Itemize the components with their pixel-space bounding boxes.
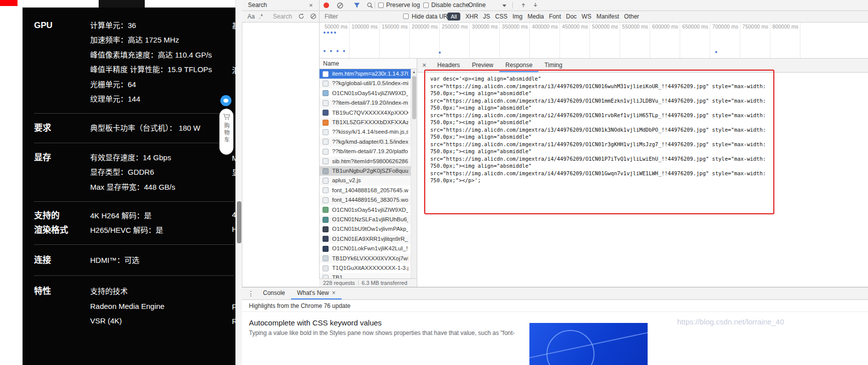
network-request-row[interactable]: TB19uC7QVXXXXX4XpXXXXXX. <box>319 108 417 118</box>
search-input[interactable]: Search <box>273 11 292 22</box>
filter-funnel-icon[interactable] <box>354 2 360 9</box>
clear-icon[interactable] <box>337 2 344 9</box>
timeline-label: 50000 ms <box>320 24 348 30</box>
network-request-row[interactable]: O1CN01LokFwn1vjliK42LuI_!!449... <box>319 244 417 253</box>
close-detail-icon[interactable]: × <box>422 59 426 72</box>
tab-preview[interactable]: Preview <box>466 59 499 72</box>
timeline-gridline <box>559 23 560 59</box>
filter-pill-js[interactable]: JS <box>483 13 490 20</box>
network-request-row[interactable]: TB1DYk6LVXXXXIXVXXoj7wNV. <box>319 254 417 263</box>
network-request-row[interactable]: T1Q1GuXitAXXXXXXXX-1-3.png <box>319 263 417 273</box>
disable-cache-checkbox[interactable] <box>423 3 429 8</box>
spec-value: 典型板卡功率（台式机）： 180 W <box>90 121 234 135</box>
drawer-tab-label: Console <box>263 289 285 296</box>
network-request-row[interactable]: font_1444889156_383075.woff <box>319 195 417 205</box>
network-request-row[interactable]: ??kg/global-util/1.0.5/index-min... <box>319 79 417 88</box>
more-options-icon[interactable]: ⋮ <box>247 287 254 299</box>
spec-value: Radeon Media Engine <box>90 299 234 313</box>
filter-pill-img[interactable]: Img <box>512 13 522 20</box>
match-case-toggle[interactable]: Aa <box>247 11 255 22</box>
timeline-label: 250000 ms <box>440 24 468 30</box>
spec-edge-fragment: 显 <box>232 165 235 180</box>
network-overview[interactable]: 50000 ms100000 ms150000 ms200000 ms25000… <box>319 23 868 59</box>
timeline-gridline <box>680 23 680 59</box>
network-request-row[interactable]: O1CN01sOay541vjliZIW9XD_!!44... <box>319 89 417 98</box>
throttling-select[interactable]: Online <box>468 0 486 11</box>
network-request-row[interactable]: ??kg/kmd-adapter/0.1.5/index.js <box>319 137 417 147</box>
name-column-header[interactable]: Name <box>319 59 417 69</box>
network-request-row[interactable]: TB1unNgbuP2gK0jSZFo8quulVla <box>319 166 417 176</box>
filter-pill-xhr[interactable]: XHR <box>465 13 478 20</box>
regex-toggle[interactable]: .* <box>259 11 263 22</box>
network-request-row[interactable]: ??item-detail/7.19.20/index-min... <box>319 98 417 108</box>
toolbar-separator <box>375 2 375 9</box>
article-title[interactable]: Autocomplete with CSS keyword values <box>249 318 382 327</box>
network-request-row[interactable]: O1CN01NzSLFa1vjliRUhBu6_!!44... <box>319 215 417 224</box>
request-list-scrollbar[interactable]: ▲ <box>411 69 417 278</box>
timeline-label: 700000 ms <box>711 24 738 30</box>
red-marker <box>0 0 18 6</box>
drawer-tab-whatsnew[interactable]: What's New× <box>291 287 342 299</box>
file-icon <box>323 265 329 271</box>
close-search-icon[interactable]: × <box>309 0 313 11</box>
filter-pill-doc[interactable]: Doc <box>566 13 576 20</box>
spec-section-label: 显存 <box>34 150 90 194</box>
network-request-row[interactable]: O1CN01EA9XRR1vjlitqn9rR_!!449... <box>319 234 417 244</box>
timeline-label: 600000 ms <box>651 24 678 30</box>
hide-data-urls-checkbox[interactable] <box>403 14 409 19</box>
preserve-log-checkbox[interactable] <box>378 3 384 8</box>
network-request-row[interactable]: font_1404888168_2057645.woff <box>319 186 417 195</box>
filter-pill-media[interactable]: Media <box>527 13 544 20</box>
tab-response[interactable]: Response <box>499 59 538 72</box>
tab-timing[interactable]: Timing <box>538 59 568 72</box>
search-icon[interactable] <box>367 2 373 9</box>
network-filter-input[interactable]: Filter <box>325 11 338 22</box>
file-icon <box>323 197 329 203</box>
cart-label: 购物车 <box>222 123 230 144</box>
page-scrollbar-thumb[interactable] <box>237 201 241 243</box>
cart-widget[interactable]: 购物车 <box>219 109 233 155</box>
timeline-label: 550000 ms <box>621 24 648 30</box>
import-har-icon[interactable] <box>520 2 526 9</box>
file-icon <box>323 275 329 278</box>
timeline-label: 200000 ms <box>410 24 438 30</box>
spec-section-label: 特性 <box>34 284 90 328</box>
request-name: TB1DYk6LVXXXXIXVXXoj7wNV. <box>332 254 408 263</box>
chat-bubble-icon[interactable] <box>220 95 231 106</box>
network-request-row[interactable]: TB1XL5ZGFXXXXbDXFXXAz6UFX. <box>319 118 417 127</box>
network-request-row[interactable]: sib.htm?itemId=5980062628618... <box>319 157 417 166</box>
drawer-tab-console[interactable]: Console <box>257 287 291 299</box>
export-har-icon[interactable] <box>532 2 538 9</box>
network-request-row[interactable]: item.htm?spm=a230r.1.14.370.8t <box>319 69 417 79</box>
network-request-row[interactable]: aplus_v2.js <box>319 176 417 185</box>
file-icon <box>323 90 329 96</box>
spec-value: 显存类型：GDDR6 <box>90 165 234 179</box>
request-list-scrollbar-thumb[interactable] <box>412 76 416 119</box>
filter-pill-ws[interactable]: WS <box>582 13 591 20</box>
filter-pill-manifest[interactable]: Manifest <box>597 13 619 20</box>
spec-value: 峰值像素填充速度：高达 110.4 GP/s <box>90 48 234 62</box>
network-request-row[interactable]: ??kissy/k/1.4.14/seed-min.js,sd/s... <box>319 127 417 137</box>
page-scrollbar[interactable] <box>235 0 242 365</box>
close-icon[interactable]: × <box>332 289 336 296</box>
network-request-row[interactable]: O1CN01bU9tOw1vjlivmPAkp_!!4... <box>319 224 417 234</box>
refresh-icon[interactable] <box>298 13 305 20</box>
filter-pill-other[interactable]: Other <box>624 13 639 20</box>
filter-pill-css[interactable]: CSS <box>495 13 508 20</box>
file-icon <box>323 71 329 77</box>
request-dot <box>330 50 332 52</box>
tab-headers[interactable]: Headers <box>431 59 466 72</box>
request-name: ??kg/global-util/1.0.5/index-min... <box>332 79 408 88</box>
filter-pill-all[interactable]: All <box>447 13 460 21</box>
request-dot <box>343 50 345 52</box>
network-request-row[interactable]: ??tb/item-detail/7.19.20/platfor... <box>319 147 417 156</box>
network-request-row[interactable]: O1CN01sOay541vjliZIW9XD_!!44... <box>319 205 417 215</box>
clear-search-icon[interactable] <box>310 13 317 20</box>
network-request-row[interactable]: TB1... <box>319 273 417 278</box>
request-name: T1Q1GuXitAXXXXXXXX-1-3.png <box>332 263 408 273</box>
article-thumbnail[interactable] <box>529 323 648 365</box>
file-icon <box>323 255 329 261</box>
filter-pill-font[interactable]: Font <box>549 13 561 20</box>
scroll-up-icon[interactable]: ▲ <box>411 69 417 75</box>
record-icon[interactable] <box>324 3 329 8</box>
